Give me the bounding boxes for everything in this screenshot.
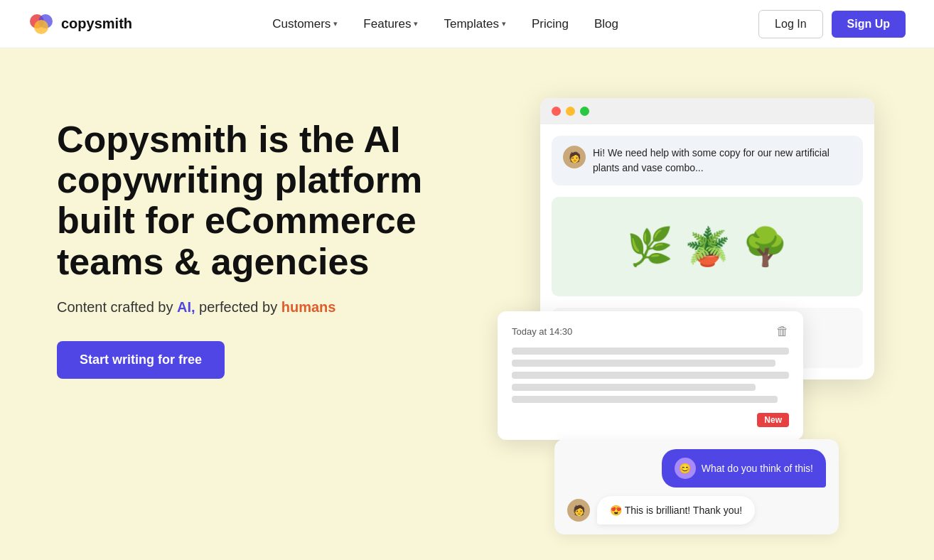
nav-features[interactable]: Features ▾ — [363, 17, 418, 31]
new-badge-area: New — [512, 413, 789, 427]
content-line — [512, 384, 756, 391]
svg-point-2 — [34, 20, 48, 34]
chevron-down-icon: ▾ — [333, 19, 338, 28]
bottom-chat: 😊 What do you think of this! 🧑 😍 This is… — [554, 439, 839, 534]
signup-button[interactable]: Sign Up — [832, 11, 906, 38]
chat-bubble-left: 😍 This is brilliant! Thank you! — [597, 496, 755, 524]
avatar-right: 😊 — [675, 458, 696, 479]
hero-section: Copysmith is the AI copywriting platform… — [0, 48, 934, 560]
nav-templates[interactable]: Templates ▾ — [444, 17, 505, 31]
logo-icon — [28, 11, 54, 37]
chevron-down-icon: ▾ — [502, 19, 506, 28]
navbar: copysmith Customers ▾ Features ▾ Templat… — [0, 0, 934, 48]
nav-links: Customers ▾ Features ▾ Templates ▾ Prici… — [272, 17, 618, 31]
hero-mockup: 🧑 Hi! We need help with some copy for ou… — [498, 91, 877, 546]
chat-titlebar — [540, 98, 874, 124]
nav-actions: Log In Sign Up — [758, 10, 906, 38]
chat-bubble-user-1: 🧑 Hi! We need help with some copy for ou… — [552, 136, 863, 185]
login-button[interactable]: Log In — [758, 10, 822, 38]
new-badge: New — [757, 413, 789, 427]
plant-image-area: 🌿 🪴 🌳 — [552, 197, 863, 296]
content-line — [512, 360, 775, 367]
content-card: Today at 14:30 🗑 New — [498, 311, 803, 440]
avatar: 🧑 — [563, 146, 586, 168]
hero-heading: Copysmith is the AI copywriting platform… — [57, 119, 455, 282]
nav-blog[interactable]: Blog — [594, 17, 618, 31]
content-line — [512, 348, 789, 355]
chat-msg-right: 😊 What do you think of this! — [567, 449, 826, 488]
content-line — [512, 396, 778, 403]
nav-pricing[interactable]: Pricing — [532, 17, 569, 31]
chat-msg-left: 🧑 😍 This is brilliant! Thank you! — [567, 496, 826, 524]
delete-icon[interactable]: 🗑 — [776, 324, 789, 339]
hero-subtext: Content crafted by AI, perfected by huma… — [57, 299, 455, 316]
logo[interactable]: copysmith — [28, 11, 132, 37]
plant-icon-2: 🪴 — [685, 225, 731, 269]
dot-yellow — [566, 107, 575, 116]
hero-left: Copysmith is the AI copywriting platform… — [57, 91, 455, 379]
plant-icon-1: 🌿 — [627, 225, 673, 269]
content-lines — [512, 348, 789, 403]
start-writing-button[interactable]: Start writing for free — [57, 341, 225, 379]
dot-red — [552, 107, 561, 116]
logo-text: copysmith — [61, 16, 132, 32]
content-card-header: Today at 14:30 🗑 — [512, 324, 789, 339]
content-line — [512, 372, 789, 379]
avatar-left: 🧑 — [567, 499, 590, 522]
chat-text-1: Hi! We need help with some copy for our … — [593, 146, 852, 176]
plant-icon-3: 🌳 — [742, 225, 788, 269]
chat-bubble-right: 😊 What do you think of this! — [662, 449, 826, 488]
nav-customers[interactable]: Customers ▾ — [272, 17, 338, 31]
chevron-down-icon: ▾ — [414, 19, 418, 28]
content-card-time: Today at 14:30 — [512, 326, 572, 337]
dot-green — [580, 107, 589, 116]
